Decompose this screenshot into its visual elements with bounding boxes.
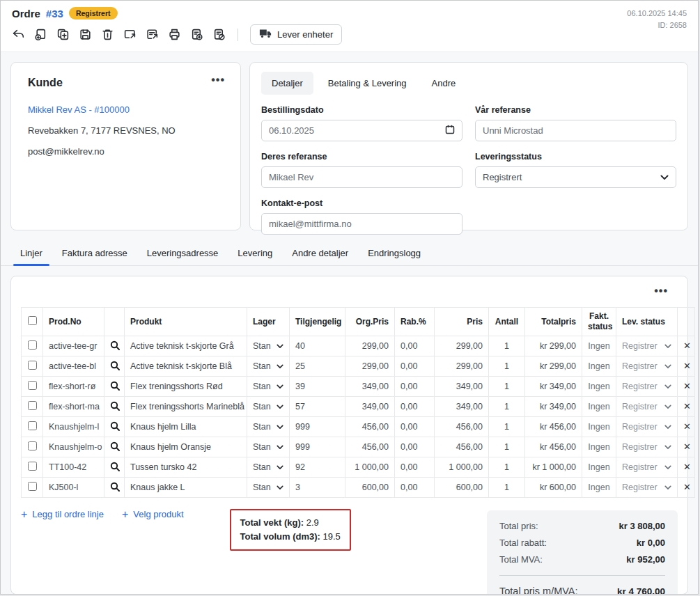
- row-checkbox[interactable]: [28, 401, 37, 410]
- select-all-checkbox[interactable]: [28, 316, 37, 325]
- row-lager-select[interactable]: Stan: [247, 336, 290, 356]
- table-row: TT100-42 Tussen tursko 42 Stan 92 1 000,…: [22, 457, 695, 478]
- order-number-link[interactable]: #33: [46, 8, 63, 19]
- toolbar-divider: [238, 29, 238, 41]
- row-lev-status-select[interactable]: Registrer: [616, 417, 678, 437]
- tab-linjer[interactable]: Linjer: [10, 242, 52, 265]
- chevron-down-icon: [277, 341, 283, 351]
- save-button[interactable]: [79, 28, 92, 41]
- tab-faktura-adresse[interactable]: Faktura adresse: [52, 242, 137, 265]
- remove-line-button[interactable]: ✕: [683, 422, 689, 431]
- tab-leveringsadresse[interactable]: Leveringsadresse: [137, 242, 228, 265]
- row-pris: 456,00: [435, 417, 489, 437]
- field-bestillingsdato: Bestillingsdato 06.10.2025: [261, 105, 462, 141]
- row-lager-select[interactable]: Stan: [247, 397, 290, 417]
- plus-icon: +: [122, 510, 128, 519]
- remove-line-button[interactable]: ✕: [683, 402, 689, 411]
- row-checkbox[interactable]: [28, 381, 37, 390]
- duplicate-add-icon: [56, 28, 70, 41]
- create-invoice-button[interactable]: [190, 28, 203, 41]
- product-search-button[interactable]: [104, 336, 125, 356]
- row-checkbox[interactable]: [28, 421, 37, 430]
- row-orgpris: 299,00: [345, 356, 395, 377]
- row-lev-status-select[interactable]: Registrer: [616, 478, 678, 498]
- send-order-button[interactable]: [123, 28, 137, 41]
- new-order-button[interactable]: [34, 28, 47, 41]
- tab-andre[interactable]: Andre: [421, 72, 467, 95]
- row-tilgjengelig: 39: [290, 377, 345, 397]
- product-search-button[interactable]: [104, 417, 125, 437]
- deres-referanse-input[interactable]: [261, 166, 462, 188]
- close-icon: ✕: [683, 340, 691, 351]
- cancel-document-button[interactable]: [212, 28, 226, 41]
- row-tilgjengelig: 3: [290, 478, 345, 498]
- row-antall: 1: [489, 336, 525, 356]
- row-checkbox[interactable]: [28, 340, 37, 350]
- undo-button[interactable]: [12, 28, 25, 41]
- product-search-button[interactable]: [104, 478, 125, 498]
- row-checkbox[interactable]: [28, 361, 37, 370]
- row-lager-select[interactable]: Stan: [247, 457, 290, 478]
- row-lev-status-select[interactable]: Registrer: [616, 377, 678, 397]
- delete-button[interactable]: [101, 28, 114, 41]
- tab-endringslogg[interactable]: Endringslogg: [358, 242, 430, 265]
- duplicate-order-button[interactable]: [56, 28, 70, 41]
- row-checkbox[interactable]: [28, 462, 37, 471]
- tab-andre-detaljer[interactable]: Andre detaljer: [282, 242, 358, 265]
- product-search-button[interactable]: [104, 377, 125, 397]
- row-lev-status-select[interactable]: Registrer: [616, 356, 678, 377]
- row-orgpris: 456,00: [345, 437, 395, 457]
- row-orgpris: 349,00: [345, 397, 395, 417]
- remove-line-button[interactable]: ✕: [683, 361, 689, 370]
- row-lager-select[interactable]: Stan: [247, 417, 290, 437]
- customer-card-title: Kunde: [28, 77, 224, 89]
- totals-divider: [499, 575, 665, 576]
- row-fakt-status: Ingen: [582, 437, 616, 457]
- ellipsis-icon: •••: [211, 74, 225, 86]
- customer-name-link[interactable]: Mikkel Rev AS - #100000: [28, 104, 224, 115]
- tab-detaljer[interactable]: Detaljer: [261, 72, 313, 95]
- lines-menu-button[interactable]: •••: [654, 288, 668, 295]
- kontakt-epost-input[interactable]: [261, 213, 462, 235]
- product-search-button[interactable]: [104, 356, 125, 377]
- customer-menu-button[interactable]: •••: [211, 77, 225, 84]
- row-antall: 1: [489, 437, 525, 457]
- add-order-line-button[interactable]: + Legg til ordre linje: [21, 509, 104, 519]
- row-lager-select[interactable]: Stan: [247, 437, 290, 457]
- product-search-button[interactable]: [104, 397, 125, 417]
- row-lev-status-select[interactable]: Registrer: [616, 437, 678, 457]
- remove-line-button[interactable]: ✕: [683, 382, 689, 391]
- col-tilgjengelig: Tilgjengelig: [290, 308, 345, 336]
- row-rab: 0,00: [395, 417, 435, 437]
- product-search-button[interactable]: [104, 457, 125, 478]
- remove-line-button[interactable]: ✕: [683, 442, 689, 451]
- row-rab: 0,00: [395, 356, 435, 377]
- remove-line-button[interactable]: ✕: [683, 483, 689, 492]
- print-button[interactable]: [168, 28, 181, 41]
- row-prodno: Knaushjelm-l: [43, 417, 104, 437]
- deliver-units-button[interactable]: Lever enheter: [250, 24, 342, 45]
- row-lager-select[interactable]: Stan: [247, 377, 290, 397]
- bestillingsdato-input[interactable]: 06.10.2025: [261, 120, 462, 141]
- row-checkbox[interactable]: [28, 441, 37, 450]
- row-lager-select[interactable]: Stan: [247, 356, 290, 377]
- row-lev-status-select[interactable]: Registrer: [616, 336, 678, 356]
- remove-line-button[interactable]: ✕: [683, 341, 689, 350]
- row-lager-select[interactable]: Stan: [247, 478, 290, 498]
- export-order-button[interactable]: [146, 28, 159, 41]
- row-lev-status-select[interactable]: Registrer: [616, 397, 678, 417]
- choose-product-button[interactable]: + Velg produkt: [122, 509, 184, 519]
- row-totalpris: kr 1 000,00: [525, 457, 582, 478]
- remove-line-button[interactable]: ✕: [683, 462, 689, 471]
- tab-betaling-levering[interactable]: Betaling & Levering: [318, 72, 417, 95]
- row-checkbox[interactable]: [28, 482, 37, 491]
- leveringsstatus-select[interactable]: Registrert: [475, 166, 676, 188]
- col-prodno: Prod.No: [43, 308, 104, 336]
- tab-levering[interactable]: Levering: [228, 242, 282, 265]
- close-icon: ✕: [683, 482, 691, 492]
- row-totalpris: kr 456,00: [525, 417, 582, 437]
- plus-icon: +: [21, 510, 27, 519]
- row-lev-status-select[interactable]: Registrer: [616, 457, 678, 478]
- var-referanse-input[interactable]: [475, 120, 676, 141]
- product-search-button[interactable]: [104, 437, 125, 457]
